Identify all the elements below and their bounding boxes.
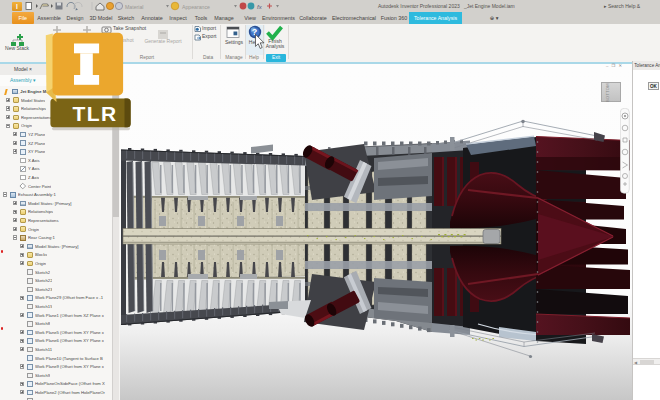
svg-text:TLR: TLR (72, 102, 117, 125)
